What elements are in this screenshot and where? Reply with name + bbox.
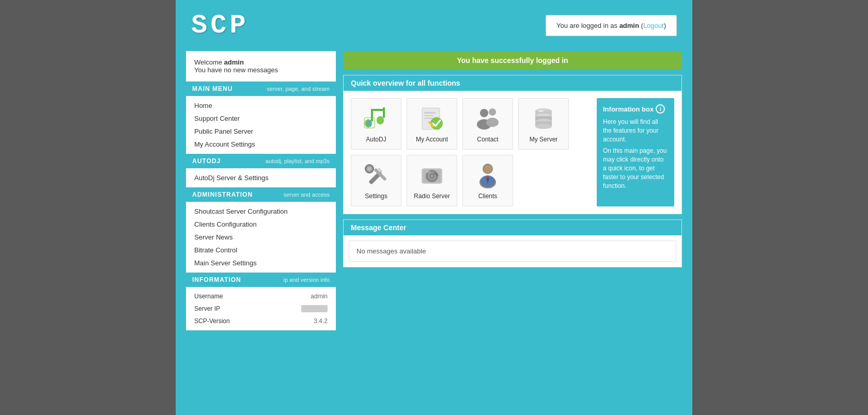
svg-point-13 [480, 109, 488, 117]
info-label-scp-version: SCP-Version [194, 317, 230, 325]
autodj-menu-items: AutoDj Server & Settings [186, 168, 336, 187]
autodj-menu-header: AUTODJ autodj, playlist, and mp3s [186, 154, 336, 168]
icons-grid: AutoDJ [351, 98, 592, 206]
info-value-server-ip: ██████ [301, 305, 328, 312]
info-menu-header: INFORMATION ip and version info [186, 273, 336, 287]
icon-my-account[interactable]: My Account [407, 98, 457, 150]
autodj-menu-title: AUTODJ [192, 157, 221, 165]
info-rows: Username admin Server IP ██████ SCP-Vers… [186, 287, 336, 330]
overview-body: AutoDJ [344, 91, 681, 214]
server-label: My Server [530, 136, 558, 143]
clients-label: Clients [478, 193, 498, 200]
information-box: Information box i Here you will find all… [597, 98, 674, 206]
menu-item-main-server-settings[interactable]: Main Server Settings [186, 257, 336, 269]
info-row-scp-version: SCP-Version 3.4.2 [186, 315, 336, 327]
no-messages-text: No messages available [349, 241, 676, 262]
clients-icon [474, 162, 502, 189]
main-menu-header: MAIN MENU server, page, and stream [186, 82, 336, 96]
message-panel: Message Center No messages available [343, 219, 682, 267]
menu-item-support[interactable]: Support Center [186, 112, 336, 125]
info-menu-section: INFORMATION ip and version info Username… [186, 273, 336, 330]
admin-menu-items: Shoutcast Server Configuration Clients C… [186, 202, 336, 273]
welcome-messages: You have no new messages [194, 66, 278, 74]
info-label-server-ip: Server IP [194, 305, 220, 312]
login-info-box: You are logged in as admin (Logout) [546, 15, 677, 36]
main-layout: Welcome admin You have no new messages M… [176, 51, 692, 330]
message-center-header: Message Center [344, 220, 681, 235]
svg-point-15 [489, 108, 496, 116]
svg-point-16 [486, 118, 499, 127]
success-banner: You have successfully logged in [343, 51, 682, 70]
menu-item-public-panel[interactable]: Public Panel Server [186, 125, 336, 138]
radio-server-label: Radio Server [414, 193, 450, 200]
settings-icon [362, 162, 390, 189]
main-menu-subtitle: server, page, and stream [267, 86, 330, 92]
menu-item-bitrate-control[interactable]: Bitrate Control [186, 244, 336, 257]
contact-icon [474, 105, 502, 133]
admin-menu-section: ADMINISTRATION server and access Shoutca… [186, 187, 336, 273]
autodj-menu-subtitle: autodj, playlist, and mp3s [266, 158, 330, 164]
autodj-label: AutoDJ [366, 136, 386, 143]
svg-rect-1 [377, 116, 384, 124]
server-icon [530, 105, 557, 133]
overview-header: Quick overview for all functions [344, 75, 681, 91]
overview-panel: Quick overview for all functions [343, 75, 682, 214]
info-box-para-2: On this main page, you may click directl… [603, 147, 668, 190]
svg-rect-9 [424, 115, 433, 116]
info-row-server-ip: Server IP ██████ [186, 302, 336, 315]
welcome-box: Welcome admin You have no new messages [186, 51, 336, 82]
admin-menu-header: ADMINISTRATION server and access [186, 187, 336, 202]
radio-server-icon [418, 162, 446, 189]
icon-settings[interactable]: Settings [351, 155, 401, 206]
icon-my-server[interactable]: My Server [518, 98, 569, 150]
welcome-greeting: Welcome [194, 58, 224, 66]
autodj-icon [362, 105, 390, 133]
menu-item-autodj-settings[interactable]: AutoDj Server & Settings [186, 171, 336, 184]
main-menu-title: MAIN MENU [192, 85, 233, 92]
svg-rect-5 [366, 120, 371, 126]
info-circle-icon: i [656, 104, 665, 114]
info-label-username: Username [194, 293, 223, 300]
login-text: You are logged in as [556, 22, 619, 29]
icon-clients[interactable]: Clients [462, 155, 513, 206]
info-box-para-1: Here you will find all the features for … [603, 118, 668, 143]
logged-in-username: admin [619, 22, 639, 29]
info-menu-subtitle: ip and version info [284, 277, 330, 283]
main-menu-items: Home Support Center Public Panel Server … [186, 96, 336, 154]
menu-item-shoutcast-config[interactable]: Shoutcast Server Configuration [186, 205, 336, 218]
svg-point-37 [426, 171, 430, 173]
svg-point-35 [431, 175, 433, 177]
logout-link[interactable]: Logout [643, 22, 664, 29]
header: SCP You are logged in as admin (Logout) [176, 0, 692, 51]
autodj-menu-section: AUTODJ autodj, playlist, and mp3s AutoDj… [186, 154, 336, 187]
logo: SCP [191, 10, 249, 41]
svg-point-27 [367, 167, 371, 171]
info-value-scp-version: 3.4.2 [314, 317, 328, 325]
welcome-username: admin [224, 58, 244, 66]
svg-point-40 [484, 165, 492, 173]
info-row-username: Username admin [186, 290, 336, 302]
svg-point-23 [535, 124, 552, 129]
svg-rect-8 [424, 112, 436, 114]
account-label: My Account [416, 136, 448, 143]
menu-item-account-settings[interactable]: My Account Settings [186, 138, 336, 151]
account-icon [418, 105, 446, 133]
contact-label: Contact [477, 136, 498, 143]
icon-radio-server[interactable]: Radio Server [407, 155, 457, 206]
info-value-username: admin [311, 293, 328, 300]
sidebar: Welcome admin You have no new messages M… [186, 51, 336, 330]
menu-item-home[interactable]: Home [186, 99, 336, 112]
svg-rect-4 [371, 109, 385, 111]
icon-contact[interactable]: Contact [462, 98, 513, 150]
admin-menu-subtitle: server and access [284, 191, 330, 198]
main-menu-section: MAIN MENU server, page, and stream Home … [186, 82, 336, 154]
info-box-title-text: Information box [603, 105, 654, 113]
svg-point-24 [538, 110, 544, 112]
menu-item-server-news[interactable]: Server News [186, 231, 336, 244]
content-area: You have successfully logged in Quick ov… [343, 51, 682, 330]
icon-autodj[interactable]: AutoDJ [351, 98, 401, 150]
info-box-title: Information box i [603, 104, 668, 114]
menu-item-clients-config[interactable]: Clients Configuration [186, 218, 336, 231]
admin-menu-title: ADMINISTRATION [192, 191, 253, 198]
info-menu-title: INFORMATION [192, 276, 241, 283]
